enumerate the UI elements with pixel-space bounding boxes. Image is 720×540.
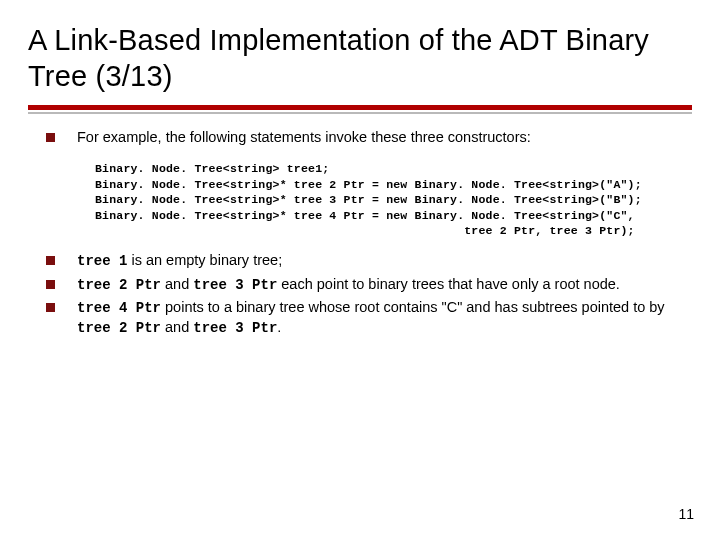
- code-inline: tree 3 Ptr: [193, 320, 277, 336]
- bullet-square-icon: [46, 303, 55, 312]
- text-span: is an empty binary tree;: [127, 252, 282, 268]
- slide-title: A Link-Based Implementation of the ADT B…: [28, 22, 692, 95]
- code-inline: tree 3 Ptr: [193, 277, 277, 293]
- code-block: Binary. Node. Tree<string> tree1; Binary…: [95, 161, 692, 239]
- code-inline: tree 4 Ptr: [77, 300, 161, 316]
- rule-grey: [28, 112, 692, 114]
- text-span: points to a binary tree whose root conta…: [161, 299, 665, 315]
- text-span: .: [277, 319, 281, 335]
- bullet-text: tree 4 Ptr points to a binary tree whose…: [77, 298, 692, 338]
- code-inline: tree 2 Ptr: [77, 320, 161, 336]
- page-number: 11: [678, 506, 694, 522]
- bullet-text: tree 2 Ptr and tree 3 Ptr each point to …: [77, 275, 620, 295]
- slide: A Link-Based Implementation of the ADT B…: [0, 0, 720, 540]
- bullet-square-icon: [46, 280, 55, 289]
- bullet-square-icon: [46, 133, 55, 142]
- bullet-text: tree 1 is an empty binary tree;: [77, 251, 282, 271]
- bullet-item: tree 1 is an empty binary tree;: [46, 251, 692, 271]
- bullet-item: tree 2 Ptr and tree 3 Ptr each point to …: [46, 275, 692, 295]
- text-span: and: [161, 319, 193, 335]
- bullet-text: For example, the following statements in…: [77, 128, 531, 148]
- code-inline: tree 1: [77, 253, 127, 269]
- text-span: each point to binary trees that have onl…: [277, 276, 620, 292]
- bullet-item: tree 4 Ptr points to a binary tree whose…: [46, 298, 692, 338]
- bullet-square-icon: [46, 256, 55, 265]
- text-span: and: [161, 276, 193, 292]
- slide-body: For example, the following statements in…: [28, 128, 692, 339]
- code-inline: tree 2 Ptr: [77, 277, 161, 293]
- bullet-item: For example, the following statements in…: [46, 128, 692, 148]
- title-rule: [28, 105, 692, 114]
